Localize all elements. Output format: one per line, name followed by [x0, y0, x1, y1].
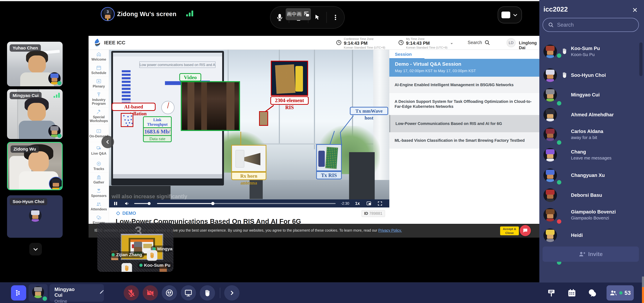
rx-horn-connector [238, 132, 244, 146]
participant-search[interactable] [542, 18, 639, 32]
screenshare-button[interactable] [181, 285, 196, 300]
scrollbar-thumb[interactable] [642, 276, 644, 287]
privacy-policy-link[interactable]: Privacy Policy. [378, 228, 402, 232]
session-item-selected[interactable]: Low-Power Communications Based on RIS an… [389, 115, 539, 132]
monitor-menubar [113, 53, 222, 56]
map-overlay[interactable]: 3 Zijian Zhang Mingyao C Koo-Sum P [97, 223, 174, 272]
participant-subtitle: Koon-Su Pu [571, 52, 600, 58]
self-avatar [32, 286, 44, 298]
participant-row[interactable]: Giampaolo Bovenzi Giampaolo Bovenzi [544, 208, 637, 222]
session-item[interactable]: ML-based Vision Classification in the Sm… [389, 132, 539, 149]
gather-logo-button[interactable] [11, 285, 26, 300]
avatar-chin [107, 18, 108, 21]
nav-item-welcome[interactable]: Welcome [88, 50, 109, 63]
emote-button[interactable] [162, 285, 177, 300]
nav-item-plenary[interactable]: Plenary [88, 77, 109, 90]
pip-button[interactable] [366, 201, 372, 206]
app-window: 3 Zidong Wu's screen 画中画 Yuhao Chen [0, 0, 644, 303]
nav-item-attendees[interactable]: Attendees [88, 200, 109, 213]
pip-tooltip[interactable]: 画中画 [286, 8, 311, 20]
microphone-icon[interactable] [276, 14, 284, 21]
icc-logo[interactable]: IEEE ICC [93, 38, 125, 47]
participant-name: Chang [571, 149, 612, 155]
participant-name: Giampaolo Bovenzi [571, 209, 616, 215]
microphone-muted-button[interactable] [124, 285, 139, 300]
session-item[interactable]: A Decision Support System for Task Offlo… [389, 93, 539, 115]
participant-row[interactable]: Koo-Sum Pu Koon-Su Pu [544, 44, 637, 58]
icc-flame-icon [93, 38, 102, 47]
search-label: Search [468, 40, 482, 45]
session-item-title: Low-Power Communications Based on RIS an… [396, 121, 502, 126]
current-session-banner[interactable]: Demo - Virtual Q&A Session May 17, 02:00… [389, 59, 539, 77]
participant-row[interactable]: Deborsi Basu [544, 188, 637, 202]
video-tile-soo-hyun-choi[interactable]: Soo-Hyun Choi [7, 195, 63, 238]
status-dot [557, 54, 561, 58]
feedback-chat-button[interactable] [520, 225, 531, 236]
participants-panel: icc2022 Koo-Sum Pu Koon-Su Pu Soo-Hyun C… [539, 0, 644, 282]
nav-item-sponsors[interactable]: Sponsors [88, 186, 109, 200]
annotation-video: Video [179, 73, 201, 81]
more-actions-button[interactable] [224, 285, 240, 300]
playback-speed[interactable]: 1x [355, 201, 360, 206]
user-menu[interactable]: Linglong Dai [519, 40, 539, 50]
self-name-card[interactable]: Mingyao Cui Online [50, 284, 104, 302]
nav-item-gather[interactable]: Gather [88, 173, 109, 186]
layout-toggle-button[interactable] [498, 6, 522, 24]
kebab-menu-icon[interactable] [332, 14, 339, 21]
pointer-icon[interactable] [314, 14, 321, 21]
participant-row[interactable]: Changyuan Xu [544, 168, 637, 182]
video-tile-zidong-wu-speaking[interactable]: Zidong Wu [7, 142, 63, 190]
invite-button[interactable]: Invite [542, 246, 639, 262]
participant-row[interactable]: Carlos Aldana away for a bit [544, 128, 637, 141]
participant-row[interactable]: Chang Leave me messages [544, 148, 637, 162]
search-input[interactable] [557, 22, 627, 28]
participant-row[interactable]: Mingyao Cui [544, 88, 637, 102]
site-search[interactable]: Search [468, 40, 490, 46]
volume-icon[interactable] [124, 201, 130, 206]
tab-session[interactable]: Session [395, 52, 412, 57]
participant-row[interactable]: Heidi [544, 228, 637, 242]
tz-time: 9:14:43 PM [406, 41, 448, 46]
raise-hand-button[interactable] [200, 285, 215, 300]
session-item[interactable]: AI-Engine Enabled Intelligent Management… [389, 77, 539, 93]
participant-row[interactable]: Soo-Hyun Choi [544, 68, 637, 82]
video-tile-yuhao-chen[interactable]: Yuhao Chen [7, 42, 63, 86]
throughput-callout: Link Throughput 1683.6 Mb/ Data rate [143, 116, 172, 140]
participant-row[interactable]: Ahmed Almehdhar [544, 108, 637, 122]
avatar-cap: 3 [104, 9, 112, 14]
progress-bar[interactable] [157, 203, 336, 204]
participant-name: Soo-Hyun Choi [571, 72, 606, 78]
nav-item-engage[interactable]: Engage [88, 213, 109, 224]
shared-screen: IEEE ICC Conference Time Zone 9:14:43 PM… [88, 36, 539, 224]
pause-button[interactable] [113, 201, 118, 206]
calendar-icon [96, 65, 102, 70]
camera-off-button[interactable] [143, 285, 158, 300]
calendar-icon[interactable] [567, 288, 576, 298]
nav-label: Plenary [93, 84, 105, 88]
fullscreen-button[interactable] [377, 201, 382, 206]
panel-scrollbar[interactable] [639, 42, 642, 76]
participant-name: Changyuan Xu [571, 172, 605, 178]
volume-slider[interactable] [134, 203, 150, 204]
participants-count-button[interactable]: 53 [606, 285, 634, 300]
nav-item-special-workshops[interactable]: Special Workshops [88, 108, 109, 125]
self-avatar-tile[interactable] [28, 284, 48, 302]
demo-video[interactable]: Low power communications based on RIS an… [109, 50, 389, 200]
accept-line1: Accept & [500, 227, 519, 231]
accept-cookies-button[interactable]: Accept & Close [500, 226, 519, 235]
participant-name: Koo-Sum Pu [571, 45, 600, 52]
nav-collapse-button[interactable] [102, 136, 114, 148]
user-avatar-initials[interactable]: LD [506, 38, 516, 47]
signpost-icon[interactable] [547, 288, 556, 298]
my-timezone[interactable]: My Time Zone 9:14:43 PM Korean Standard … [398, 37, 454, 49]
nav-item-industry-program[interactable]: Industry Program [88, 90, 109, 108]
video-tile-mingyao-cui[interactable]: Mingyao Cui [7, 89, 63, 139]
page-scrollbar[interactable] [642, 276, 644, 303]
chat-icon[interactable] [588, 288, 597, 298]
close-panel-icon[interactable] [632, 7, 638, 13]
nav-item-schedule[interactable]: Schedule [88, 63, 109, 77]
nav-label: Sponsors [91, 194, 106, 198]
edit-pencil-icon[interactable] [99, 290, 104, 295]
nav-item-tracks[interactable]: Tracks [88, 159, 109, 173]
tiles-collapse-button[interactable] [29, 243, 42, 256]
